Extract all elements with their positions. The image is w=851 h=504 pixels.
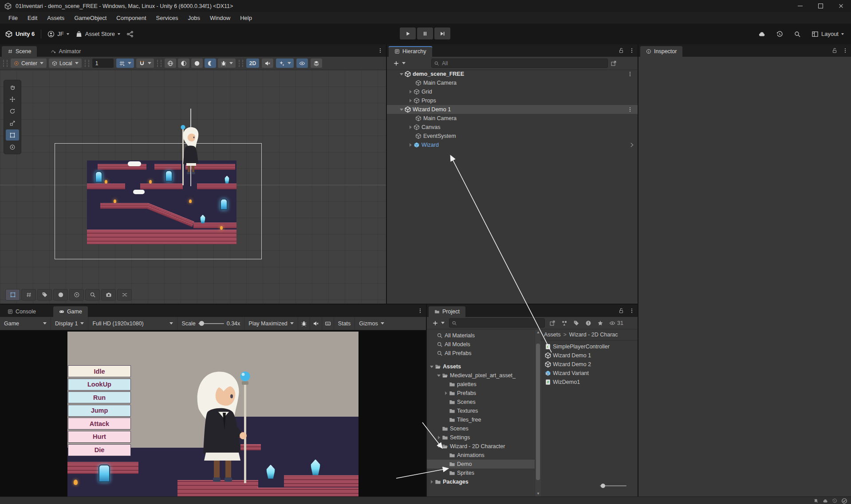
expand-arrow-icon[interactable] [436,445,442,448]
favorite-all-prefabs[interactable]: All Prefabs [427,349,535,358]
shading-half-button[interactable] [178,59,189,68]
close-button[interactable] [831,0,851,12]
collapse-arrow-icon[interactable] [429,480,435,484]
scale-tool-button[interactable] [6,117,19,129]
hierarchy-item-props[interactable]: Props [387,96,638,105]
input-debug-button[interactable] [322,317,334,330]
game-panel-menu-icon[interactable] [417,308,423,314]
scene-visibility-button[interactable] [296,59,308,68]
expand-arrow-icon[interactable] [398,109,405,111]
grid-snap-button[interactable] [116,59,134,68]
idle-button[interactable]: Idle [68,365,131,377]
frame-debug-button[interactable] [298,317,310,330]
search-detach-icon[interactable] [549,320,556,326]
search-by-label-icon[interactable] [573,320,579,326]
thumbnail-size-slider[interactable] [600,485,626,486]
project-search-input[interactable] [459,320,542,327]
asset-wizdemo1[interactable]: WizDemo1 [540,378,638,387]
game-target-dropdown[interactable]: Game [0,317,51,330]
breadcrumb-root[interactable]: Assets [544,332,561,338]
visibility-counter[interactable]: 31 [609,320,623,326]
hierarchy-item-grid[interactable]: Grid [387,87,638,96]
folder-demo[interactable]: Demo [427,460,535,469]
tab-hierarchy[interactable]: Hierarchy [389,46,432,57]
collapse-arrow-icon[interactable] [436,436,442,439]
scene-effects-button[interactable] [276,59,294,68]
pause-button[interactable] [417,27,433,39]
circle-tool-button[interactable] [53,289,68,301]
tab-scene[interactable]: Scene [2,46,37,57]
folder-wizard-2d-character[interactable]: Wizard - 2D Character [427,442,535,451]
move-tool-button[interactable] [6,94,19,105]
search-icon[interactable] [794,31,801,38]
tab-console[interactable]: Console [2,306,42,317]
project-add-button[interactable] [429,318,447,328]
expand-arrow-icon[interactable] [436,375,442,377]
menu-assets[interactable]: Assets [42,12,69,23]
hierarchy-lock-icon[interactable] [618,47,624,54]
paint-tool-button[interactable] [69,289,84,301]
asset-wizard-demo-2[interactable]: Wizard Demo 2 [540,360,638,369]
layout-dropdown[interactable]: Layout [812,31,844,38]
rotate-tool-button[interactable] [6,105,19,117]
asset-store-dropdown[interactable]: Asset Store [75,31,120,38]
rect-select-button[interactable] [5,289,20,301]
play-mode-dropdown[interactable]: Play Maximized [244,317,298,330]
menu-file[interactable]: File [4,12,23,23]
debug-draw-button[interactable] [218,59,236,68]
activity-icon[interactable] [832,498,837,504]
shading-shaded-button[interactable] [191,59,203,68]
stats-button[interactable]: Stats [334,317,355,330]
version-control-icon[interactable] [126,31,134,38]
2d-mode-button[interactable]: 2D [246,59,259,68]
asset-wizard-variant[interactable]: Wizard Variant [540,369,638,378]
folder-scenes-medieval[interactable]: Scenes [427,398,535,406]
search-by-import-icon[interactable] [585,320,591,326]
scale-slider-knob[interactable] [199,321,204,326]
folder-palettes[interactable]: palettes [427,380,535,389]
menu-gameobject[interactable]: GameObject [69,12,111,23]
lookup-button[interactable]: LookUp [68,379,131,391]
search-detach-icon[interactable] [611,60,617,66]
gizmos-dropdown[interactable]: Gizmos [355,317,388,330]
hierarchy-item-main-camera-2[interactable]: Main Camera [387,114,638,123]
folder-scenes[interactable]: Scenes [427,424,535,433]
hierarchy-add-button[interactable] [390,59,408,68]
menu-window[interactable]: Window [205,12,235,23]
orientation-dropdown[interactable]: Local [49,59,82,68]
hierarchy-item-demo-scene[interactable]: demo_scene_FREE [387,70,638,78]
thumbnail-slider-knob[interactable] [601,484,605,488]
play-button[interactable] [400,27,416,39]
folder-prefabs[interactable]: Prefabs [427,389,535,398]
collapse-arrow-icon[interactable] [407,90,414,94]
expand-arrow-icon[interactable] [398,73,405,75]
breadcrumb-current[interactable]: Wizard - 2D Charac [569,332,618,338]
asset-wizard-demo-1[interactable]: Wizard Demo 1 [540,351,638,360]
scene-wizard-sprite[interactable] [177,124,201,189]
project-panel-menu-icon[interactable] [629,308,635,314]
shuffle-tool-button[interactable] [117,289,132,301]
menu-edit[interactable]: Edit [23,12,42,23]
scroll-down-icon[interactable]: ▼ [536,492,540,496]
collapse-arrow-icon[interactable] [407,99,414,102]
hierarchy-item-eventsystem[interactable]: EventSystem [387,132,638,141]
hierarchy-item-canvas[interactable]: Canvas [387,123,638,132]
folder-packages[interactable]: Packages [427,477,535,486]
favorites-icon[interactable] [597,320,603,326]
hierarchy-item-main-camera[interactable]: Main Camera [387,78,638,87]
menu-component[interactable]: Component [111,12,151,23]
rect-tool-button[interactable] [6,129,19,141]
account-dropdown[interactable]: JF [47,31,69,38]
folder-animations[interactable]: Animations [427,451,535,460]
step-button[interactable] [434,27,450,39]
inspector-panel-menu-icon[interactable] [842,47,848,54]
inspector-lock-icon[interactable] [831,47,838,54]
collapse-arrow-icon[interactable] [407,143,414,147]
folder-tiles-free[interactable]: Tiles_free [427,415,535,424]
camera-preview-button[interactable] [101,289,116,301]
collab-status-icon[interactable] [823,498,828,504]
stamp-brush-button[interactable] [37,289,52,301]
folder-textures[interactable]: Textures [427,406,535,415]
lighting-toggle-button[interactable] [205,59,216,68]
shading-wireframe-button[interactable] [165,59,176,68]
